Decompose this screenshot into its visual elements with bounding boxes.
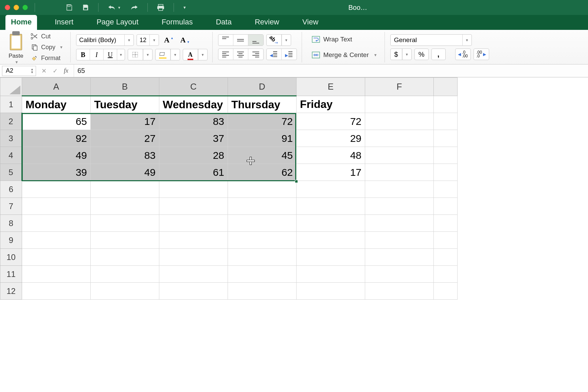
cell-G2[interactable] [434, 113, 458, 130]
currency-button[interactable]: $▼ [390, 49, 412, 60]
row-header-12[interactable]: 12 [0, 283, 22, 300]
row-header-7[interactable]: 7 [0, 198, 22, 215]
print-icon[interactable] [157, 4, 165, 11]
column-header-D[interactable]: D [228, 78, 297, 96]
column-header-F[interactable]: F [365, 78, 434, 96]
cell-D5[interactable]: 62 [228, 164, 297, 181]
paste-button[interactable] [6, 30, 26, 52]
align-top-button[interactable] [218, 35, 233, 45]
column-header-E[interactable]: E [297, 78, 365, 96]
cell-E5[interactable]: 17 [297, 164, 365, 181]
cell-A10[interactable] [22, 249, 91, 266]
cell-G1[interactable] [434, 96, 458, 113]
cell-G4[interactable] [434, 147, 458, 164]
cell-E7[interactable] [297, 198, 365, 215]
cell-C8[interactable] [159, 215, 228, 232]
decrease-indent-button[interactable] [267, 49, 282, 60]
cell-A2[interactable]: 65 [22, 113, 91, 130]
cell-E9[interactable] [297, 232, 365, 249]
select-all-corner[interactable] [0, 78, 22, 96]
align-bottom-button[interactable] [248, 35, 263, 45]
font-size-select[interactable]: ▼ [137, 34, 159, 46]
column-header-A[interactable]: A [22, 78, 91, 96]
cell-B8[interactable] [91, 215, 159, 232]
formula-input[interactable]: 65 [74, 64, 588, 77]
cell-F8[interactable] [365, 215, 434, 232]
cell-F6[interactable] [365, 181, 434, 198]
tab-home[interactable]: Home [5, 15, 37, 30]
confirm-formula-icon[interactable]: ✓ [53, 67, 58, 75]
cell-A6[interactable] [22, 181, 91, 198]
column-header-G[interactable] [434, 78, 458, 96]
cell-F1[interactable] [365, 96, 434, 113]
cell-E6[interactable] [297, 181, 365, 198]
row-header-10[interactable]: 10 [0, 249, 22, 266]
cell-F3[interactable] [365, 130, 434, 147]
align-middle-button[interactable] [233, 35, 248, 45]
cell-F2[interactable] [365, 113, 434, 130]
format-painter-button[interactable]: Format [29, 53, 66, 63]
font-name-select[interactable]: ▼ [76, 34, 134, 46]
row-header-3[interactable]: 3 [0, 130, 22, 147]
tab-formulas[interactable]: Formulas [156, 15, 198, 30]
column-header-B[interactable]: B [91, 78, 159, 96]
cell-A4[interactable]: 49 [22, 147, 91, 164]
cell-C10[interactable] [159, 249, 228, 266]
cell-E2[interactable]: 72 [297, 113, 365, 130]
cell-F4[interactable] [365, 147, 434, 164]
cell-D8[interactable] [228, 215, 297, 232]
cell-D4[interactable]: 45 [228, 147, 297, 164]
cell-C4[interactable]: 28 [159, 147, 228, 164]
cell-C5[interactable]: 61 [159, 164, 228, 181]
border-button[interactable]: ▼ [128, 49, 153, 60]
cell-C12[interactable] [159, 283, 228, 300]
row-header-8[interactable]: 8 [0, 215, 22, 232]
underline-dropdown[interactable]: ▼ [117, 49, 125, 60]
increase-font-button[interactable]: A [162, 34, 175, 46]
cell-F9[interactable] [365, 232, 434, 249]
chevron-down-icon[interactable]: ▼ [171, 49, 180, 60]
cell-E1[interactable]: Friday [297, 96, 365, 113]
cell-B9[interactable] [91, 232, 159, 249]
cell-D2[interactable]: 72 [228, 113, 297, 130]
cell-G9[interactable] [434, 232, 458, 249]
cell-G11[interactable] [434, 266, 458, 283]
font-color-button[interactable]: A ▼ [183, 49, 208, 60]
cell-D10[interactable] [228, 249, 297, 266]
cell-C2[interactable]: 83 [159, 113, 228, 130]
cell-E11[interactable] [297, 266, 365, 283]
chevron-down-icon[interactable]: ▼ [149, 35, 159, 45]
cell-B3[interactable]: 27 [91, 130, 159, 147]
cell-B7[interactable] [91, 198, 159, 215]
cell-A7[interactable] [22, 198, 91, 215]
cell-G7[interactable] [434, 198, 458, 215]
align-center-button[interactable] [233, 49, 248, 60]
cell-B2[interactable]: 17 [91, 113, 159, 130]
cell-B10[interactable] [91, 249, 159, 266]
redo-icon[interactable] [130, 4, 139, 11]
cell-C6[interactable] [159, 181, 228, 198]
cell-G6[interactable] [434, 181, 458, 198]
cell-G8[interactable] [434, 215, 458, 232]
row-header-11[interactable]: 11 [0, 266, 22, 283]
cell-F11[interactable] [365, 266, 434, 283]
bold-button[interactable]: B [76, 49, 90, 60]
orientation-button[interactable]: ab↗ ▼ [266, 34, 291, 46]
wrap-text-button[interactable]: Wrap Text [309, 34, 380, 45]
row-header-6[interactable]: 6 [0, 181, 22, 198]
font-name-input[interactable] [76, 35, 124, 45]
cell-E10[interactable] [297, 249, 365, 266]
cut-button[interactable]: Cut [29, 32, 66, 41]
align-right-button[interactable] [248, 49, 263, 60]
cell-D1[interactable]: Thursday [228, 96, 297, 113]
save-icon[interactable] [82, 4, 89, 11]
chevron-down-icon[interactable]: ▼ [374, 53, 377, 57]
cell-A11[interactable] [22, 266, 91, 283]
cell-F5[interactable] [365, 164, 434, 181]
paste-label[interactable]: Paste [8, 53, 23, 59]
tab-view[interactable]: View [297, 15, 324, 30]
cell-A8[interactable] [22, 215, 91, 232]
cell-B5[interactable]: 49 [91, 164, 159, 181]
copy-button[interactable]: Copy▼ [29, 42, 66, 52]
decrease-decimal-button[interactable]: .00.0▶ [474, 49, 489, 60]
